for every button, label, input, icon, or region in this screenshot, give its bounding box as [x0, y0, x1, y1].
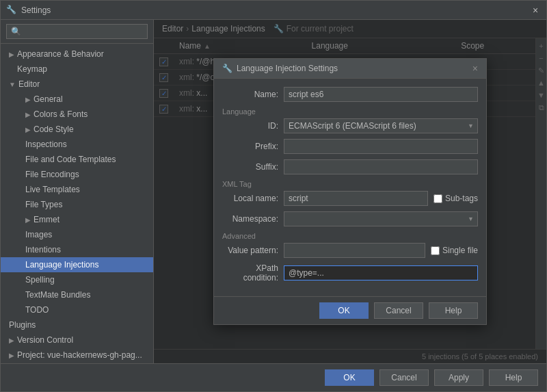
- suffix-control: [284, 159, 478, 174]
- value-pattern-row: Value pattern: Single file: [222, 243, 478, 258]
- value-pattern-label: Value pattern:: [222, 246, 284, 255]
- name-control: [284, 87, 478, 102]
- sidebar-item-label: TODO: [25, 305, 49, 315]
- arrow-icon: ▶: [25, 96, 31, 103]
- sidebar-item-keymap[interactable]: Keymap: [1, 62, 153, 77]
- sidebar-item-label: Keymap: [17, 64, 47, 74]
- suffix-input[interactable]: [284, 159, 478, 174]
- language-section-label: Language: [222, 107, 478, 116]
- sidebar-item-todo[interactable]: TODO: [1, 302, 153, 317]
- sidebar-item-label: Inspections: [25, 140, 67, 149]
- ok-button[interactable]: OK: [325, 369, 374, 386]
- namespace-select[interactable]: [284, 211, 478, 226]
- right-panel: Editor › Language Injections 🔧 For curre…: [154, 20, 546, 363]
- sidebar-item-label: General: [34, 94, 63, 104]
- name-row: Name:: [222, 87, 478, 102]
- single-file-text: Single file: [442, 246, 478, 255]
- id-select[interactable]: ECMAScript 6 (ECMAScript 6 files): [284, 118, 478, 133]
- sidebar-item-version-control[interactable]: ▶ Version Control: [1, 332, 153, 348]
- id-control: ECMAScript 6 (ECMAScript 6 files): [284, 118, 478, 133]
- sidebar-item-file-encodings[interactable]: File Encodings: [1, 167, 153, 182]
- sidebar-item-label: Version Control: [17, 335, 73, 345]
- close-button[interactable]: ×: [530, 5, 541, 16]
- sidebar-item-label: Colors & Fonts: [34, 109, 88, 119]
- sidebar-item-spelling[interactable]: Spelling: [1, 272, 153, 287]
- arrow-icon: ▶: [9, 352, 14, 359]
- prefix-input[interactable]: [284, 139, 478, 154]
- sidebar-item-project[interactable]: ▶ Project: vue-hackernews-gh-pag...: [1, 348, 153, 363]
- sidebar-item-label: Language Injections: [25, 260, 98, 270]
- xml-tag-section-label: XML Tag: [222, 180, 478, 188]
- modal-help-button[interactable]: Help: [429, 302, 478, 319]
- advanced-section-label: Advanced: [222, 232, 478, 240]
- suffix-row: Suffix:: [222, 159, 478, 174]
- name-label: Name:: [222, 90, 284, 99]
- sidebar-item-general[interactable]: ▶ General: [1, 92, 153, 107]
- modal-close-button[interactable]: ×: [472, 63, 478, 74]
- local-name-input[interactable]: [284, 191, 428, 206]
- arrow-icon: ▶: [25, 111, 31, 118]
- sidebar-item-label: File Types: [25, 200, 62, 209]
- id-row: ID: ECMAScript 6 (ECMAScript 6 files): [222, 118, 478, 133]
- local-name-control: Sub-tags: [284, 191, 478, 206]
- main-content: ▶ Appearance & Behavior Keymap ▼ Editor: [1, 20, 546, 363]
- sidebar-item-label: Editor: [18, 79, 40, 89]
- sidebar-item-label: Emmet: [34, 215, 59, 224]
- xpath-input[interactable]: [284, 265, 478, 280]
- help-button[interactable]: Help: [489, 369, 538, 386]
- id-label: ID:: [222, 121, 284, 131]
- sidebar-item-code-style[interactable]: ▶ Code Style: [1, 122, 153, 137]
- modal-ok-button[interactable]: OK: [319, 302, 369, 319]
- xpath-label: XPath condition:: [222, 263, 284, 283]
- arrow-icon: ▶: [25, 126, 31, 133]
- xpath-control: [284, 265, 478, 280]
- sidebar-item-textmate[interactable]: TextMate Bundles: [1, 287, 153, 302]
- modal-overlay: 🔧 Language Injection Settings × Name:: [154, 20, 546, 363]
- modal-title-text: Language Injection Settings: [237, 64, 338, 73]
- sidebar-item-plugins[interactable]: Plugins: [1, 317, 153, 332]
- cancel-button[interactable]: Cancel: [379, 369, 429, 386]
- sidebar-item-live-templates[interactable]: Live Templates: [1, 182, 153, 197]
- sidebar-item-file-code-templates[interactable]: File and Code Templates: [1, 152, 153, 167]
- value-pattern-input[interactable]: [284, 243, 425, 258]
- sidebar-item-label: Intentions: [25, 245, 61, 254]
- sidebar-item-inspections[interactable]: Inspections: [1, 137, 153, 152]
- sidebar-item-appearance[interactable]: ▶ Appearance & Behavior: [1, 47, 153, 62]
- sidebar: ▶ Appearance & Behavior Keymap ▼ Editor: [1, 20, 154, 363]
- single-file-label: Single file: [431, 246, 478, 255]
- titlebar: 🔧 Settings ×: [1, 1, 546, 20]
- sidebar-item-label: TextMate Bundles: [25, 290, 90, 300]
- sub-tags-checkbox[interactable]: [433, 194, 442, 203]
- search-input[interactable]: [6, 24, 148, 39]
- arrow-icon: ▶: [9, 337, 14, 344]
- sidebar-item-images[interactable]: Images: [1, 227, 153, 242]
- sub-tags-text: Sub-tags: [445, 194, 478, 203]
- window-title: Settings: [21, 5, 530, 15]
- sidebar-item-file-types[interactable]: File Types: [1, 197, 153, 212]
- namespace-label: Namespace:: [222, 214, 284, 224]
- single-file-checkbox[interactable]: [431, 246, 440, 255]
- namespace-row: Namespace:: [222, 211, 478, 226]
- modal-footer: OK Cancel Help: [214, 296, 486, 324]
- sidebar-item-label: Live Templates: [25, 185, 80, 194]
- settings-tree: ▶ Appearance & Behavior Keymap ▼ Editor: [1, 44, 153, 363]
- prefix-label: Prefix:: [222, 142, 284, 151]
- sidebar-item-label: Spelling: [25, 275, 55, 285]
- sidebar-item-intentions[interactable]: Intentions: [1, 242, 153, 257]
- modal-titlebar: 🔧 Language Injection Settings ×: [214, 59, 486, 79]
- xpath-row: XPath condition:: [222, 263, 478, 283]
- local-name-label: Local name:: [222, 194, 284, 203]
- bottom-bar: OK Cancel Apply Help: [1, 363, 546, 391]
- sidebar-item-colors-fonts[interactable]: ▶ Colors & Fonts: [1, 107, 153, 122]
- sidebar-item-emmet[interactable]: ▶ Emmet: [1, 212, 153, 227]
- sidebar-item-label: Plugins: [9, 320, 36, 330]
- apply-button[interactable]: Apply: [434, 369, 483, 386]
- name-input[interactable]: [284, 87, 478, 102]
- modal-cancel-button[interactable]: Cancel: [374, 302, 423, 319]
- sidebar-item-editor[interactable]: ▼ Editor: [1, 77, 153, 92]
- arrow-icon: ▶: [25, 216, 31, 224]
- namespace-control: [284, 211, 478, 226]
- sidebar-item-language-injections[interactable]: Language Injections: [1, 257, 153, 272]
- search-container: [1, 20, 153, 44]
- suffix-label: Suffix:: [222, 162, 284, 172]
